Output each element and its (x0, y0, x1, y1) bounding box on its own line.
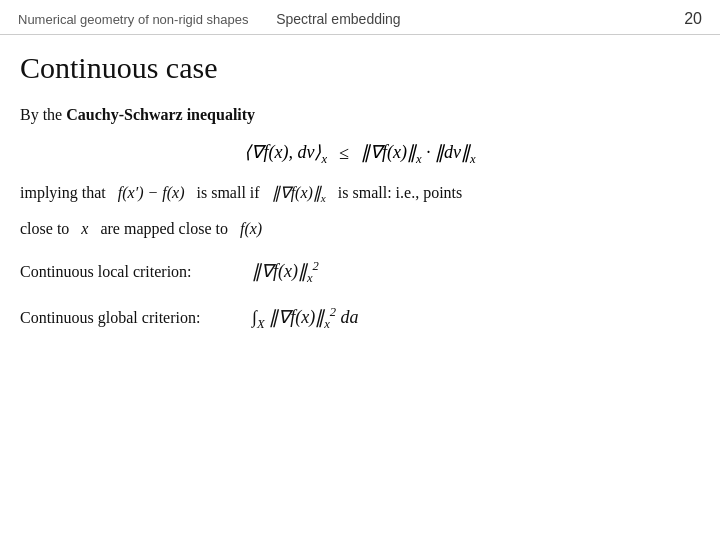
implying-prefix: implying that (20, 184, 114, 201)
global-criterion-row: Continuous global criterion: ∫X ‖∇f(x)‖x… (20, 305, 700, 332)
f-difference-math: f(x′) − f(x) (118, 184, 185, 201)
local-criterion-math: ‖∇f(x)‖x2 (252, 259, 319, 286)
are-mapped-text: are mapped close to (92, 220, 236, 237)
global-criterion-label: Continuous global criterion: (20, 309, 240, 327)
math-inner-product: ⟨∇f(x), dv⟩x (244, 141, 327, 167)
header-breadcrumb: Numerical geometry of non-rigid shapes S… (18, 11, 401, 27)
is-small-ie-text: is small: i.e., points (330, 184, 462, 201)
close-to-text: close to (20, 220, 77, 237)
header-divider (0, 34, 720, 35)
local-criterion-row: Continuous local criterion: ‖∇f(x)‖x2 (20, 259, 700, 286)
f-x-math: f(x) (240, 220, 262, 237)
page-number: 20 (684, 10, 702, 28)
close-to-paragraph: close to x are mapped close to f(x) (20, 217, 700, 241)
cauchy-schwarz-bold: Cauchy-Schwarz inequality (66, 106, 255, 123)
by-the-text: By the (20, 106, 66, 123)
slide-header: Numerical geometry of non-rigid shapes S… (0, 0, 720, 34)
grad-norm-math: ‖∇f(x)‖x (272, 184, 326, 201)
x-variable: x (81, 220, 88, 237)
course-name: Numerical geometry of non-rigid shapes (18, 12, 249, 27)
math-norm-product: ‖∇f(x)‖x · ‖dv‖x (361, 141, 476, 167)
header-separator (261, 12, 265, 27)
slide-content: Continuous case By the Cauchy-Schwarz in… (0, 43, 720, 368)
global-criterion-math: ∫X ‖∇f(x)‖x2 da (252, 305, 359, 332)
is-small-if-text: is small if (189, 184, 268, 201)
slide-title: Continuous case (20, 51, 700, 85)
math-leq: ≤ (339, 143, 349, 164)
cauchy-schwarz-formula: ⟨∇f(x), dv⟩x ≤ ‖∇f(x)‖x · ‖dv‖x (20, 141, 700, 167)
cauchy-paragraph: By the Cauchy-Schwarz inequality (20, 103, 700, 127)
section-name: Spectral embedding (276, 11, 401, 27)
implying-paragraph: implying that f(x′) − f(x) is small if ‖… (20, 181, 700, 207)
local-criterion-label: Continuous local criterion: (20, 263, 240, 281)
